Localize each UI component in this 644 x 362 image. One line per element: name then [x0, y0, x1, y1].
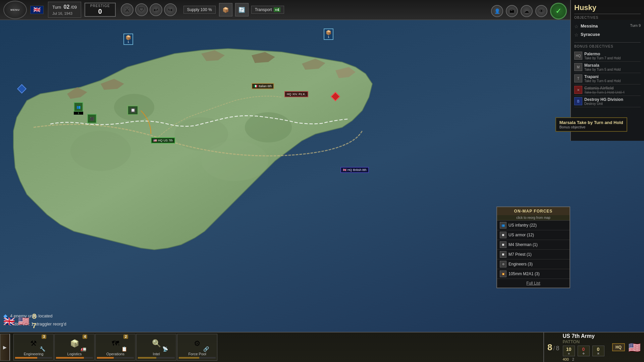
transport-info: Transport +4 [251, 6, 284, 14]
engineering-sub-icon: 🔧 [40, 346, 45, 352]
tr-icon-1[interactable]: 👤 [491, 5, 503, 17]
bonus-hg[interactable]: B Destroy HG Division Destroy Unit [574, 96, 641, 107]
army-resources: 400 2 [563, 357, 609, 361]
bonus-palermo[interactable]: HQ Palermo Take by Turn 7 and Hold [574, 50, 641, 62]
strength-numbers: 8 7 [32, 312, 36, 330]
tab-engineering[interactable]: ⚒ 🔧 3 Engineering [13, 334, 54, 361]
bonus-trapani[interactable]: T Trapani Take by Turn 6 and Hold [574, 73, 641, 84]
intel-sub-icon: 📡 [162, 346, 168, 352]
forcepool-bar [179, 357, 216, 359]
end-turn-button[interactable] [0, 334, 10, 361]
action-btn-3[interactable]: ↩ [150, 3, 162, 16]
engineering-badge: 3 [42, 335, 46, 339]
unit-xiv-pz[interactable]: HQ XIV. Pz.K. [284, 91, 308, 97]
forcepool-main-icon: ⚙ [194, 339, 201, 348]
engineers-icon: ⚙ [500, 261, 506, 267]
logistics-label: Logistics [67, 352, 82, 356]
objectives-label: OBJECTIVES [574, 16, 641, 19]
logistics-main-icon: 📦 [70, 339, 79, 348]
forcepool-bar-fill [179, 357, 199, 359]
force-us-armor[interactable]: 🔲 US armor (12) [497, 230, 570, 240]
artillery-icon: 💥 [500, 270, 506, 277]
force-m7-priest[interactable]: 🔲 M7 Priest (1) [497, 250, 570, 259]
unit-cluster-1[interactable]: 👥 1 [74, 102, 83, 115]
flag-uk [30, 6, 44, 14]
infantry-icon: 👥 [500, 222, 506, 229]
logistics-sub-icon: 🚛 [80, 346, 86, 352]
army-commander: PATTON [563, 339, 609, 344]
operations-sub-icon: 📋 [121, 346, 127, 352]
strength-current: 8 [547, 342, 552, 353]
forces-title: ON-MAP FORCES [497, 207, 570, 215]
engineering-bar [15, 357, 52, 359]
tab-intel[interactable]: 🔍 📡 Intel [136, 334, 176, 361]
tab-operations[interactable]: 🗺 📋 2 Operations [95, 334, 136, 361]
tab-forcepool[interactable]: ⚙ 🔗 Force Pool [177, 334, 217, 361]
operations-label: Operations [106, 352, 124, 356]
action-btn-2[interactable]: 🛡 [135, 3, 148, 16]
army-bottom: HQ [612, 343, 625, 351]
bonus-objectives-label: BONUS OBJECTIVES [574, 42, 641, 48]
strength-max: 8 [556, 345, 559, 352]
bottom-flags: 🇬🇧 🇺🇸 8 7 [3, 312, 36, 330]
intel-bar-fill [138, 357, 156, 359]
map-island [0, 0, 402, 302]
forcepool-sub-icon: 🔗 [203, 346, 209, 352]
end-turn-check[interactable]: ✓ [550, 3, 567, 19]
tr-icon-4[interactable]: 👁 [535, 5, 547, 17]
tr-icon-3[interactable]: ☁ [521, 5, 533, 17]
top-right-icons: 👤 🏔 ☁ 👁 ✓ [488, 0, 570, 22]
intel-bar [138, 357, 175, 359]
marsala-icon: M [574, 63, 582, 71]
supply-depot-1: 📦 1 [324, 28, 333, 40]
unit-cluster-2[interactable]: ⬛ [87, 114, 97, 123]
army-strength: 8 / 8 [547, 342, 559, 353]
svg-point-9 [245, 112, 292, 142]
objective-messina[interactable]: ☆ Messina Turn 9 [574, 22, 641, 31]
bonus-catania[interactable]: ✕ Catania Airfield Take by Turn 1 Hold U… [574, 84, 641, 96]
force-105mm[interactable]: 💥 105mm M2A1 (3) [497, 269, 570, 279]
unit-british-8th[interactable]: 🇬🇧 HQ British 8th [340, 167, 369, 173]
force-engineers[interactable]: ⚙ Engineers (3) [497, 259, 570, 269]
obj-star-messina: ☆ [574, 24, 579, 29]
intel-main-icon: 🔍 [152, 339, 161, 348]
obj-star-syracuse: ☆ [574, 32, 579, 38]
action-btn-1[interactable]: ⚔ [121, 3, 133, 16]
unit-italian-6th[interactable]: 🇮🇹 Italian 6th [252, 83, 274, 89]
tab-logistics[interactable]: 📦 🚛 4 Logistics [54, 334, 95, 361]
supply-info: Supply 100 % [183, 6, 216, 14]
priest-icon: 🔲 [500, 251, 506, 258]
prestige-box: PRESTIGE 0 [85, 3, 116, 17]
operations-bar-fill [97, 357, 114, 359]
hq-button[interactable]: HQ [612, 343, 625, 351]
flag-area [30, 6, 45, 14]
army-stats: 10 ★ 0 ✚ 0 ✖ [563, 346, 609, 356]
objective-syracuse[interactable]: ☆ Syracuse [574, 31, 641, 39]
operations-bar [97, 357, 134, 359]
bonus-marsala[interactable]: M Marsala Take by Turn 5 and Hold [574, 62, 641, 73]
forcepool-label: Force Pool [188, 352, 206, 356]
full-list-button[interactable]: Full List [497, 279, 570, 288]
trapani-icon: T [574, 74, 582, 82]
palermo-icon: HQ [574, 52, 582, 60]
marsala-tooltip: Marsala Take by Turn and Hold Bonus obje… [555, 117, 627, 132]
force-m4-sherman[interactable]: 🔲 M4 Sherman (1) [497, 240, 570, 250]
map-area[interactable]: 🇮🇹 Italian 6th HQ XIV. Pz.K. 🇺🇸 HQ US 7t… [0, 0, 644, 362]
army-name: US 7th Army [563, 333, 609, 339]
unit-tank-1[interactable]: 🔲 [127, 106, 138, 115]
unit-us-7th[interactable]: 🇺🇸 HQ US 7th [151, 137, 175, 143]
armor-icon: 🔲 [500, 232, 506, 238]
supply-icon: 📦 [219, 3, 232, 16]
operations-badge: 2 [123, 335, 128, 339]
action-btn-4[interactable]: ↪ [164, 3, 177, 16]
force-us-infantry[interactable]: 👥 US infantry (22) [497, 221, 570, 230]
engineering-main-icon: ⚒ [30, 339, 37, 348]
svg-point-11 [201, 141, 268, 181]
enemy-marker-2 [332, 93, 339, 100]
menu-button[interactable]: MENU [3, 1, 27, 19]
catania-icon: ✕ [574, 86, 582, 94]
flag-uk-bottom: 🇬🇧 [3, 316, 15, 327]
tr-icon-2[interactable]: 🏔 [506, 5, 518, 17]
stat-cross: 0 ✖ [592, 346, 604, 356]
logistics-bar-fill [56, 357, 84, 359]
